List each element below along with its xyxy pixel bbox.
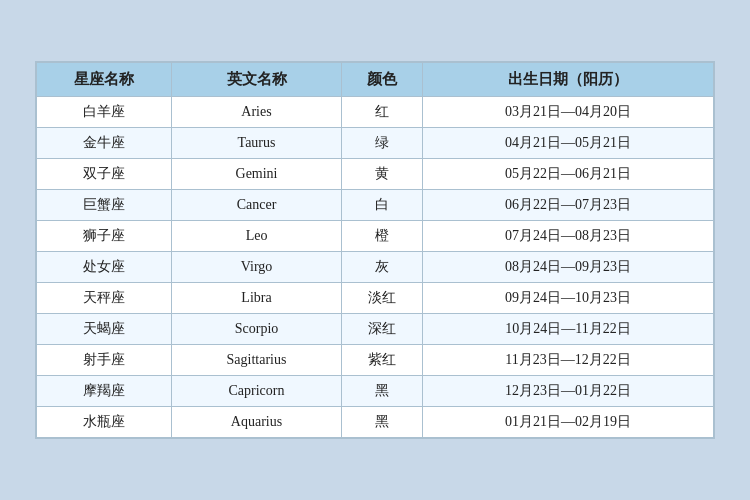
cell-en: Cancer — [172, 190, 341, 221]
cell-cn: 摩羯座 — [37, 376, 172, 407]
cell-date: 07月24日—08月23日 — [422, 221, 713, 252]
cell-cn: 双子座 — [37, 159, 172, 190]
cell-color: 红 — [341, 97, 422, 128]
cell-en: Virgo — [172, 252, 341, 283]
cell-en: Leo — [172, 221, 341, 252]
zodiac-table: 星座名称 英文名称 颜色 出生日期（阳历） 白羊座Aries红03月21日—04… — [36, 62, 714, 438]
cell-cn: 射手座 — [37, 345, 172, 376]
cell-cn: 金牛座 — [37, 128, 172, 159]
table-row: 摩羯座Capricorn黑12月23日—01月22日 — [37, 376, 714, 407]
cell-date: 04月21日—05月21日 — [422, 128, 713, 159]
cell-date: 09月24日—10月23日 — [422, 283, 713, 314]
cell-color: 白 — [341, 190, 422, 221]
cell-date: 11月23日—12月22日 — [422, 345, 713, 376]
cell-date: 08月24日—09月23日 — [422, 252, 713, 283]
cell-en: Libra — [172, 283, 341, 314]
table-row: 狮子座Leo橙07月24日—08月23日 — [37, 221, 714, 252]
cell-cn: 水瓶座 — [37, 407, 172, 438]
table-row: 巨蟹座Cancer白06月22日—07月23日 — [37, 190, 714, 221]
cell-en: Aquarius — [172, 407, 341, 438]
cell-en: Scorpio — [172, 314, 341, 345]
table-header-row: 星座名称 英文名称 颜色 出生日期（阳历） — [37, 63, 714, 97]
cell-date: 05月22日—06月21日 — [422, 159, 713, 190]
header-en: 英文名称 — [172, 63, 341, 97]
cell-color: 紫红 — [341, 345, 422, 376]
cell-color: 灰 — [341, 252, 422, 283]
table-row: 双子座Gemini黄05月22日—06月21日 — [37, 159, 714, 190]
cell-en: Aries — [172, 97, 341, 128]
cell-color: 绿 — [341, 128, 422, 159]
cell-cn: 天蝎座 — [37, 314, 172, 345]
cell-color: 深红 — [341, 314, 422, 345]
cell-color: 淡红 — [341, 283, 422, 314]
cell-date: 03月21日—04月20日 — [422, 97, 713, 128]
cell-color: 黄 — [341, 159, 422, 190]
cell-date: 01月21日—02月19日 — [422, 407, 713, 438]
cell-color: 黑 — [341, 407, 422, 438]
cell-en: Gemini — [172, 159, 341, 190]
cell-en: Sagittarius — [172, 345, 341, 376]
header-cn: 星座名称 — [37, 63, 172, 97]
cell-color: 黑 — [341, 376, 422, 407]
cell-date: 10月24日—11月22日 — [422, 314, 713, 345]
cell-en: Capricorn — [172, 376, 341, 407]
cell-cn: 狮子座 — [37, 221, 172, 252]
table-row: 白羊座Aries红03月21日—04月20日 — [37, 97, 714, 128]
cell-cn: 天秤座 — [37, 283, 172, 314]
zodiac-table-container: 星座名称 英文名称 颜色 出生日期（阳历） 白羊座Aries红03月21日—04… — [35, 61, 715, 439]
cell-en: Taurus — [172, 128, 341, 159]
table-row: 水瓶座Aquarius黑01月21日—02月19日 — [37, 407, 714, 438]
table-row: 射手座Sagittarius紫红11月23日—12月22日 — [37, 345, 714, 376]
table-row: 天蝎座Scorpio深红10月24日—11月22日 — [37, 314, 714, 345]
header-date: 出生日期（阳历） — [422, 63, 713, 97]
table-row: 处女座Virgo灰08月24日—09月23日 — [37, 252, 714, 283]
cell-cn: 白羊座 — [37, 97, 172, 128]
cell-cn: 巨蟹座 — [37, 190, 172, 221]
cell-color: 橙 — [341, 221, 422, 252]
cell-date: 12月23日—01月22日 — [422, 376, 713, 407]
cell-cn: 处女座 — [37, 252, 172, 283]
table-row: 金牛座Taurus绿04月21日—05月21日 — [37, 128, 714, 159]
header-color: 颜色 — [341, 63, 422, 97]
cell-date: 06月22日—07月23日 — [422, 190, 713, 221]
table-row: 天秤座Libra淡红09月24日—10月23日 — [37, 283, 714, 314]
